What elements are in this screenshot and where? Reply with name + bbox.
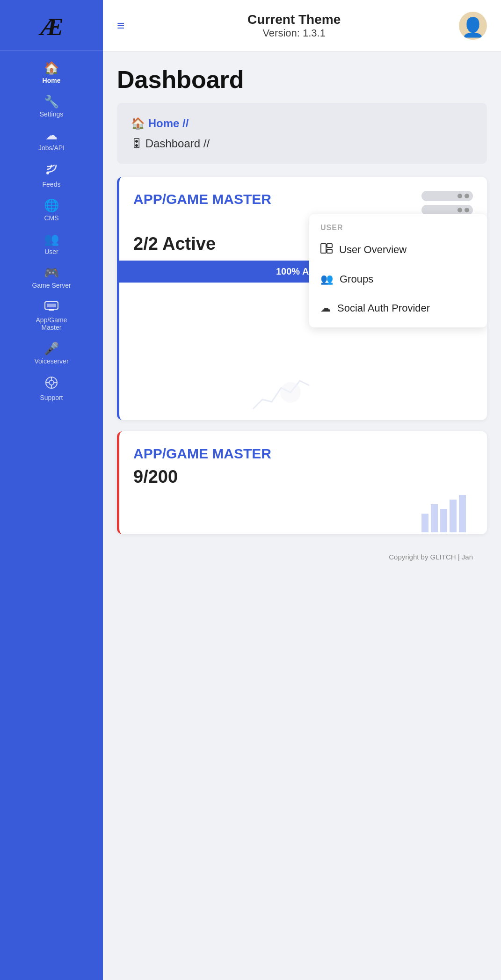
breadcrumb-home-icon: 🏠 (131, 117, 148, 130)
dot-2 (465, 194, 469, 198)
user-overview-icon (320, 243, 333, 256)
dot-3 (457, 208, 462, 212)
mic-icon: 🎤 (44, 342, 59, 355)
gamepad-icon: 🎮 (44, 267, 59, 279)
settings-icon: 🔧 (44, 95, 59, 108)
svg-rect-11 (327, 244, 332, 247)
sidebar-item-label-game-server: Game Server (32, 282, 71, 289)
svg-point-5 (49, 380, 54, 385)
card-app-game-master-1: APP/GAME MASTER (117, 177, 487, 420)
sidebar-item-voiceserver[interactable]: 🎤 Voiceserver (0, 336, 103, 370)
globe-icon: 🌐 (44, 199, 59, 211)
sidebar-item-support[interactable]: Support (0, 370, 103, 406)
main-content: ≡ Current Theme Version: 1.3.1 👤 Dashboa… (103, 0, 501, 980)
dropdown-item-groups[interactable]: 👥 Groups (309, 265, 487, 294)
groups-icon: 👥 (320, 273, 333, 285)
footer: Copyright by GLITCH | Jan (117, 545, 487, 566)
sidebar-logo: Æ (0, 0, 103, 51)
avatar-icon: 👤 (461, 16, 485, 38)
card2-bg-chart (417, 490, 473, 534)
sidebar-item-app-game-master[interactable]: App/GameMaster (0, 294, 103, 336)
svg-rect-16 (440, 509, 447, 532)
social-auth-icon: ☁ (320, 302, 331, 314)
app-game-master-icon (44, 300, 58, 313)
sidebar-item-label-app-game: App/GameMaster (36, 316, 67, 331)
hamburger-icon[interactable]: ≡ (117, 18, 124, 33)
dropdown-item-user-overview[interactable]: User Overview (309, 235, 487, 265)
card2-title: APP/GAME MASTER (133, 445, 271, 462)
sidebar-nav: 🏠 Home 🔧 Settings ☁ Jobs/API (0, 51, 103, 406)
sidebar: Æ 🏠 Home 🔧 Settings ☁ Jobs/API (0, 0, 103, 980)
sidebar-item-cms[interactable]: 🌐 CMS (0, 193, 103, 226)
cloud-icon: ☁ (45, 129, 58, 141)
sidebar-item-label-feeds: Feeds (43, 181, 61, 188)
sidebar-item-settings[interactable]: 🔧 Settings (0, 89, 103, 123)
user-dropdown: USER User Overview 👥 Gr (309, 214, 487, 327)
card1-title: APP/GAME MASTER (133, 191, 271, 208)
sidebar-item-jobs-api[interactable]: ☁ Jobs/API (0, 123, 103, 156)
sidebar-item-label-voice: Voiceserver (34, 357, 68, 365)
svg-point-13 (280, 382, 301, 403)
dot-row-1[interactable] (421, 191, 473, 201)
breadcrumb-home[interactable]: 🏠 Home // (131, 113, 473, 133)
dot-1 (457, 194, 462, 198)
dropdown-item-groups-label: Groups (340, 273, 373, 285)
sidebar-item-label-cms: CMS (44, 214, 58, 222)
dot-row-2[interactable] (421, 205, 473, 215)
svg-rect-14 (421, 514, 428, 532)
card2-header: APP/GAME MASTER (133, 445, 473, 462)
breadcrumb-dashboard-icon: 🎛 (131, 137, 145, 150)
breadcrumb-dashboard-label: Dashboard // (145, 137, 210, 150)
sidebar-item-home[interactable]: 🏠 Home (0, 55, 103, 89)
svg-rect-3 (49, 309, 54, 311)
sidebar-item-label-support: Support (40, 394, 63, 401)
dot-4 (465, 208, 469, 212)
sidebar-item-feeds[interactable]: Feeds (0, 156, 103, 193)
card-app-game-master-2: APP/GAME MASTER 9/200 (117, 431, 487, 534)
feeds-icon (45, 163, 58, 178)
logo-text: Æ (40, 13, 62, 41)
card-bg-chart (248, 371, 309, 420)
page-title: Dashboard (117, 65, 487, 94)
svg-rect-17 (450, 500, 457, 532)
breadcrumb-dashboard[interactable]: 🎛 Dashboard // (131, 133, 473, 153)
avatar[interactable]: 👤 (459, 12, 487, 40)
header-version-label: Version: 1.3.1 (138, 27, 450, 39)
svg-rect-2 (47, 304, 56, 307)
dropdown-item-social-auth[interactable]: ☁ Social Auth Provider (309, 294, 487, 323)
breadcrumb-home-label: Home // (148, 117, 189, 130)
header-title: Current Theme Version: 1.3.1 (138, 12, 450, 40)
dropdown-section-user: USER (309, 219, 487, 235)
content-area: Dashboard 🏠 Home // 🎛 Dashboard // APP/G… (103, 51, 501, 980)
dropdown-item-user-overview-label: User Overview (339, 244, 407, 256)
user-icon: 👥 (44, 233, 59, 245)
breadcrumb: 🏠 Home // 🎛 Dashboard // (117, 103, 487, 164)
sidebar-item-label-user: User (44, 248, 58, 255)
svg-rect-10 (321, 244, 326, 253)
svg-rect-12 (327, 249, 332, 253)
svg-rect-18 (459, 495, 466, 532)
header-theme-label: Current Theme (138, 12, 450, 28)
header: ≡ Current Theme Version: 1.3.1 👤 (103, 0, 501, 51)
sidebar-item-label-jobs: Jobs/API (38, 144, 65, 152)
sidebar-item-label-home: Home (43, 77, 61, 84)
home-icon: 🏠 (44, 62, 59, 74)
sidebar-item-user[interactable]: 👥 User (0, 226, 103, 260)
sidebar-item-label-settings: Settings (40, 110, 64, 118)
support-icon (45, 376, 58, 391)
dropdown-item-social-auth-label: Social Auth Provider (337, 302, 430, 314)
sidebar-item-game-server[interactable]: 🎮 Game Server (0, 260, 103, 294)
svg-rect-15 (431, 504, 438, 532)
